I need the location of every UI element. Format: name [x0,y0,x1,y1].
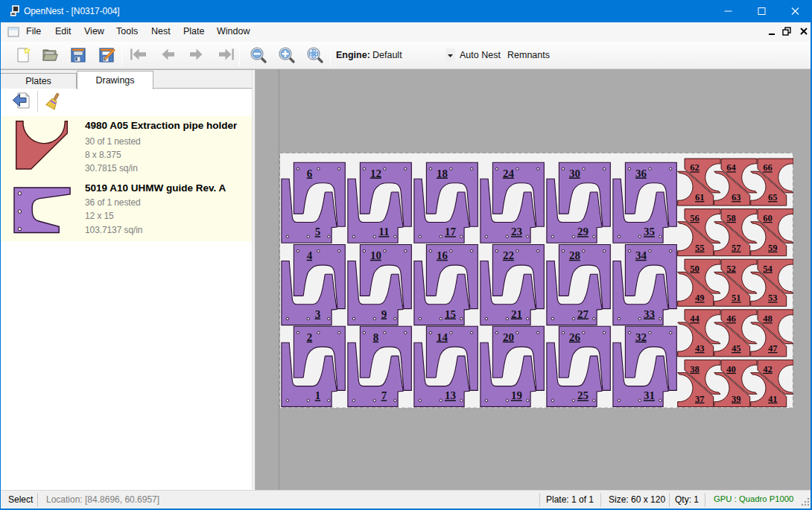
svg-text:66: 66 [763,162,773,173]
svg-text:58: 58 [726,213,736,223]
svg-text:44: 44 [690,313,700,324]
svg-text:21: 21 [511,308,522,320]
svg-text:18: 18 [437,168,448,179]
svg-text:35: 35 [644,226,655,238]
svg-text:7: 7 [381,389,387,401]
svg-text:56: 56 [690,213,700,223]
svg-text:30: 30 [569,168,580,179]
svg-text:59: 59 [768,243,778,253]
svg-text:32: 32 [635,331,647,343]
svg-text:54: 54 [763,264,773,274]
svg-text:63: 63 [732,192,741,203]
svg-text:8: 8 [373,331,379,343]
svg-text:40: 40 [726,364,736,374]
svg-text:11: 11 [378,226,389,238]
svg-text:13: 13 [445,389,456,401]
svg-text:19: 19 [511,389,522,401]
svg-text:53: 53 [768,293,778,303]
svg-text:34: 34 [635,249,647,261]
svg-text:37: 37 [695,394,705,404]
svg-text:5: 5 [315,226,321,238]
svg-text:22: 22 [503,249,514,261]
svg-text:39: 39 [732,394,741,404]
svg-text:46: 46 [726,313,736,324]
svg-text:52: 52 [726,264,736,274]
svg-text:16: 16 [437,249,448,261]
svg-text:3: 3 [315,308,321,320]
svg-text:45: 45 [732,343,741,354]
svg-text:9: 9 [381,308,387,320]
svg-text:23: 23 [511,226,522,238]
svg-text:1: 1 [315,389,321,401]
svg-text:55: 55 [695,243,705,253]
svg-text:29: 29 [577,226,589,238]
svg-text:50: 50 [690,264,700,274]
svg-text:15: 15 [445,308,456,320]
svg-text:12: 12 [370,168,381,179]
svg-text:57: 57 [732,243,741,253]
svg-text:2: 2 [307,331,313,343]
svg-text:33: 33 [644,308,655,320]
svg-text:6: 6 [307,168,313,179]
svg-text:42: 42 [763,364,773,374]
svg-text:51: 51 [732,293,741,303]
svg-text:61: 61 [695,192,705,203]
svg-text:36: 36 [635,168,647,179]
svg-text:38: 38 [690,364,700,374]
svg-text:65: 65 [768,192,778,203]
svg-text:62: 62 [690,162,700,173]
svg-text:27: 27 [577,308,589,320]
svg-text:43: 43 [695,343,705,354]
svg-text:14: 14 [437,331,448,343]
svg-text:24: 24 [503,168,515,179]
svg-text:17: 17 [445,226,457,238]
svg-text:4: 4 [307,249,313,261]
svg-text:28: 28 [569,249,580,261]
svg-text:60: 60 [763,213,773,223]
svg-text:26: 26 [569,331,581,343]
svg-text:41: 41 [768,394,778,404]
svg-text:47: 47 [768,343,778,354]
svg-text:20: 20 [503,331,514,343]
svg-text:31: 31 [644,389,655,401]
svg-text:25: 25 [577,389,589,401]
svg-text:10: 10 [370,249,381,261]
svg-text:64: 64 [726,162,736,173]
svg-text:49: 49 [695,293,705,303]
svg-text:48: 48 [763,313,773,324]
